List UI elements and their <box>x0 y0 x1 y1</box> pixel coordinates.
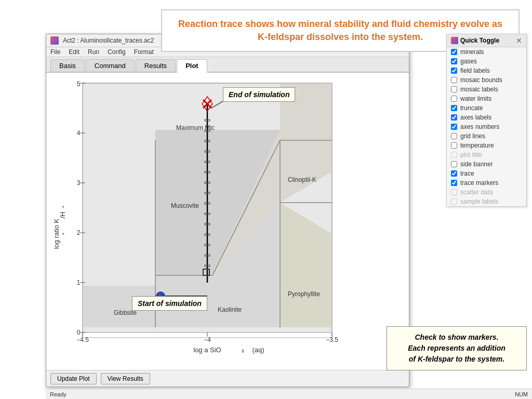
plot-area: 0 1 2 3 4 5 −4.5 <box>46 73 409 382</box>
qt-item-side-banner: side banner <box>447 159 526 169</box>
svg-text:₂: ₂ <box>242 346 244 354</box>
qt-label-gases[interactable]: gases <box>460 58 477 65</box>
quick-toggle-title: Quick Toggle <box>460 37 499 44</box>
status-bar: Ready NUM <box>46 389 532 399</box>
main-content: 0 1 2 3 4 5 −4.5 <box>46 73 409 382</box>
qt-checkbox-grid-lines[interactable] <box>451 133 457 139</box>
qt-item-mosaic-labels: mosaic labels <box>447 85 526 94</box>
menu-config[interactable]: Config <box>108 48 126 56</box>
qt-label-water-limits[interactable]: water limits <box>460 95 491 102</box>
qt-item-plot-title: plot title <box>447 150 526 159</box>
qt-label-grid-lines[interactable]: grid lines <box>460 132 485 140</box>
qt-checkbox-gases[interactable] <box>451 58 457 64</box>
svg-text:(aq): (aq) <box>252 346 264 354</box>
quick-toggle-header: Quick Toggle ✕ <box>447 34 526 47</box>
svg-text:+: + <box>61 205 66 208</box>
quick-toggle-panel: Quick Toggle ✕ mineralsgasesfield labels… <box>446 34 527 207</box>
svg-text:Pyrophyllite: Pyrophyllite <box>288 290 320 298</box>
app-window: Act2 : Aluminosilicate_traces.ac2 File E… <box>46 34 409 387</box>
quick-toggle-close[interactable]: ✕ <box>516 36 522 45</box>
qt-label-temperature[interactable]: temperature <box>460 142 494 149</box>
status-right: NUM <box>515 391 528 397</box>
qt-checkbox-axes-labels[interactable] <box>451 114 457 121</box>
svg-text:2: 2 <box>77 229 81 236</box>
qt-label-axes-numbers[interactable]: axes numbers <box>460 123 499 130</box>
markers-callout-text: Check to show markers.Each represents an… <box>408 333 506 363</box>
quick-toggle-items: mineralsgasesfield labelsmosaic boundsmo… <box>447 47 526 206</box>
qt-label-trace[interactable]: trace <box>460 170 474 177</box>
qt-checkbox-scatter-data[interactable] <box>451 189 457 195</box>
qt-item-mosaic-bounds: mosaic bounds <box>447 75 526 85</box>
view-results-button[interactable]: View Results <box>101 373 150 384</box>
qt-item-trace: trace <box>447 169 526 178</box>
markers-callout: Check to show markers.Each represents an… <box>387 326 527 370</box>
update-plot-button[interactable]: Update Plot <box>50 373 97 384</box>
qt-label-trace-markers[interactable]: trace markers <box>460 179 498 187</box>
qt-label-field-labels[interactable]: field labels <box>460 67 490 74</box>
tab-basis[interactable]: Basis <box>50 59 85 72</box>
svg-text:−4: −4 <box>204 336 211 343</box>
qt-checkbox-water-limits[interactable] <box>451 96 457 102</box>
qt-label-scatter-data[interactable]: scatter data <box>460 189 493 196</box>
qt-item-axes-numbers: axes numbers <box>447 122 526 131</box>
qt-checkbox-temperature[interactable] <box>451 142 457 149</box>
qt-label-side-banner[interactable]: side banner <box>460 161 493 168</box>
qt-checkbox-sample-labels[interactable] <box>451 198 457 205</box>
qt-item-truncate: truncate <box>447 103 526 113</box>
app-icon <box>50 36 59 45</box>
qt-item-field-labels: field labels <box>447 66 526 75</box>
svg-text:−3.5: −3.5 <box>326 336 338 343</box>
qt-item-sample-labels: sample labels <box>447 197 526 206</box>
start-simulation-callout: Start of simulation <box>132 296 207 311</box>
qt-label-mosaic-bounds[interactable]: mosaic bounds <box>460 76 502 84</box>
qt-item-scatter-data: scatter data <box>447 188 526 197</box>
svg-text:4: 4 <box>77 129 81 137</box>
qt-checkbox-truncate[interactable] <box>451 105 457 111</box>
bottom-bar: Update Plot View Results <box>46 370 409 387</box>
status-left: Ready <box>50 391 66 397</box>
qt-checkbox-minerals[interactable] <box>451 49 457 55</box>
app-title: Act2 : Aluminosilicate_traces.ac2 <box>63 37 154 44</box>
qt-item-temperature: temperature <box>447 141 526 150</box>
qt-label-minerals[interactable]: minerals <box>460 48 484 56</box>
end-simulation-callout: End of simulation <box>223 87 295 102</box>
qt-checkbox-trace-markers[interactable] <box>451 180 457 186</box>
qt-label-truncate[interactable]: truncate <box>460 104 483 112</box>
qt-item-grid-lines: grid lines <box>447 131 526 141</box>
menu-run[interactable]: Run <box>88 48 99 56</box>
qt-label-mosaic-labels[interactable]: mosaic labels <box>460 86 498 93</box>
svg-text:3: 3 <box>77 179 81 187</box>
quick-toggle-icon <box>451 37 458 44</box>
menu-format[interactable]: Format <box>134 48 154 56</box>
qt-checkbox-plot-title[interactable] <box>451 152 457 158</box>
tab-plot[interactable]: Plot <box>177 59 207 73</box>
qt-item-axes-labels: axes labels <box>447 113 526 122</box>
qt-checkbox-field-labels[interactable] <box>451 68 457 74</box>
qt-checkbox-mosaic-labels[interactable] <box>451 86 457 92</box>
qt-label-plot-title[interactable]: plot title <box>460 151 482 158</box>
tab-results[interactable]: Results <box>136 59 176 72</box>
menu-file[interactable]: File <box>50 48 60 56</box>
svg-text:Muscovite: Muscovite <box>171 202 199 209</box>
svg-text:log ratio K: log ratio K <box>52 218 60 249</box>
qt-checkbox-side-banner[interactable] <box>451 161 457 167</box>
qt-checkbox-mosaic-bounds[interactable] <box>451 77 457 83</box>
tab-bar: Basis Command Results Plot <box>46 57 409 73</box>
qt-item-gases: gases <box>447 57 526 66</box>
svg-text:1: 1 <box>77 279 81 286</box>
qt-label-axes-labels[interactable]: axes labels <box>460 114 491 121</box>
qt-item-trace-markers: trace markers <box>447 178 526 188</box>
tab-command[interactable]: Command <box>86 59 135 72</box>
svg-text:5: 5 <box>77 81 81 88</box>
svg-text:Kaolinite: Kaolinite <box>218 306 242 313</box>
qt-label-sample-labels[interactable]: sample labels <box>460 198 498 205</box>
menu-edit[interactable]: Edit <box>69 48 79 56</box>
svg-text:+: + <box>61 232 66 235</box>
svg-text:Clinoptil-K: Clinoptil-K <box>288 176 316 183</box>
svg-text:−4.5: −4.5 <box>76 336 89 343</box>
qt-checkbox-axes-numbers[interactable] <box>451 124 457 130</box>
svg-text:/H: /H <box>59 212 66 219</box>
qt-item-water-limits: water limits <box>447 94 526 103</box>
plot-svg: 0 1 2 3 4 5 −4.5 <box>51 78 353 358</box>
qt-checkbox-trace[interactable] <box>451 170 457 177</box>
